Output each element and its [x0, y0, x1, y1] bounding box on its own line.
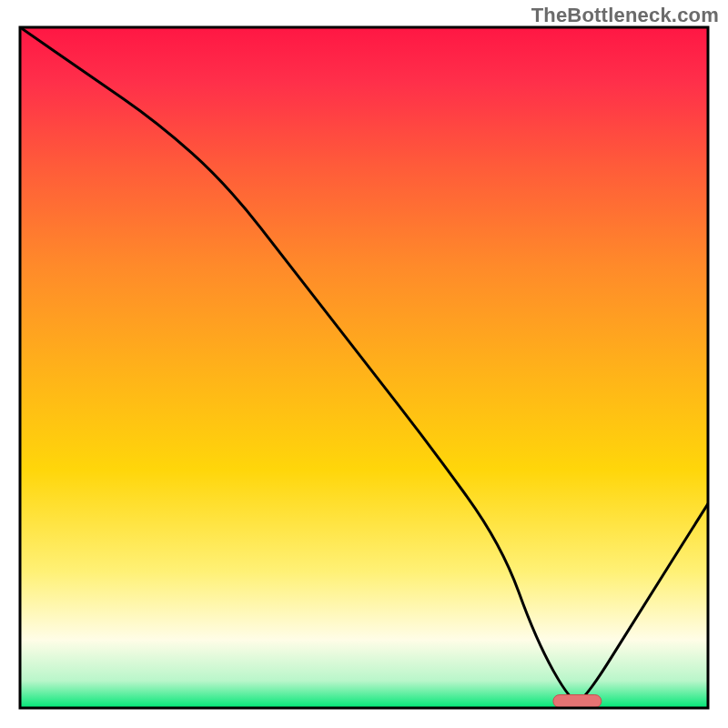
plot-area [20, 27, 708, 708]
optimal-marker [553, 695, 602, 708]
chart-container: TheBottleneck.com [0, 0, 728, 728]
gradient-background [20, 27, 708, 708]
bottleneck-chart [0, 0, 728, 728]
watermark-text: TheBottleneck.com [531, 4, 719, 27]
